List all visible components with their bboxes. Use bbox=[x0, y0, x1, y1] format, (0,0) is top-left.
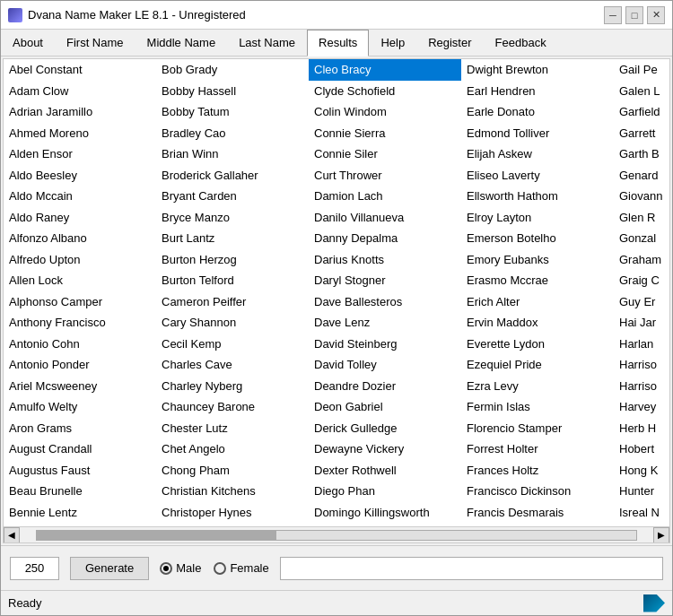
name-cell[interactable]: Daryl Stogner bbox=[309, 270, 461, 291]
name-cell[interactable]: Burton Telford bbox=[156, 270, 309, 291]
name-cell[interactable]: August Crandall bbox=[4, 438, 156, 460]
name-cell[interactable]: Garth B bbox=[614, 143, 669, 165]
name-cell[interactable]: Damion Lach bbox=[309, 186, 461, 207]
name-cell[interactable]: Curt Thrower bbox=[309, 165, 461, 187]
name-cell[interactable]: Ervin Maddox bbox=[461, 312, 614, 334]
menu-item-middle-name[interactable]: Middle Name bbox=[135, 30, 228, 56]
name-cell[interactable]: Hobert bbox=[614, 438, 669, 460]
name-cell[interactable]: David Steinberg bbox=[309, 334, 461, 355]
name-cell[interactable]: Christoper Hynes bbox=[156, 502, 309, 524]
name-cell[interactable]: Aron Grams bbox=[4, 418, 156, 439]
name-cell[interactable]: Cameron Peiffer bbox=[156, 291, 309, 313]
name-cell[interactable]: Forrest Holter bbox=[461, 438, 614, 460]
name-cell[interactable]: Gail Pe bbox=[614, 59, 669, 81]
name-cell[interactable]: Adrian Jaramillo bbox=[4, 101, 156, 123]
name-cell[interactable]: Dave Ballesteros bbox=[309, 291, 461, 313]
name-cell[interactable]: Antonio Cohn bbox=[4, 334, 156, 355]
name-cell[interactable]: Darius Knotts bbox=[309, 249, 461, 271]
name-cell[interactable]: Hunter bbox=[614, 481, 669, 502]
name-cell[interactable]: Cary Shannon bbox=[156, 312, 309, 334]
name-cell[interactable]: Broderick Gallaher bbox=[156, 165, 309, 187]
name-cell[interactable]: Bob Grady bbox=[156, 59, 309, 81]
name-cell[interactable]: Fermin Islas bbox=[461, 396, 614, 418]
name-cell[interactable]: Aldo Mccain bbox=[4, 186, 156, 207]
name-cell[interactable]: Colin Windom bbox=[309, 101, 461, 123]
name-cell[interactable]: Bobby Hassell bbox=[156, 81, 309, 102]
name-cell[interactable]: Deandre Dozier bbox=[309, 376, 461, 397]
scrollbar-thumb[interactable] bbox=[37, 531, 276, 540]
name-cell[interactable]: Abel Constant bbox=[4, 59, 156, 81]
name-cell[interactable]: Burt Lantz bbox=[156, 228, 309, 249]
name-cell[interactable]: Herb H bbox=[614, 418, 669, 439]
menu-item-help[interactable]: Help bbox=[369, 30, 416, 56]
name-cell[interactable]: Ellsworth Hathom bbox=[461, 186, 614, 207]
name-cell[interactable]: Bryant Carden bbox=[156, 186, 309, 207]
close-button[interactable]: ✕ bbox=[647, 6, 665, 24]
name-cell[interactable]: Everette Lydon bbox=[461, 334, 614, 355]
extra-input[interactable] bbox=[280, 557, 663, 580]
name-cell[interactable]: Hong K bbox=[614, 460, 669, 482]
name-cell[interactable]: Beau Brunelle bbox=[4, 481, 156, 502]
name-cell[interactable]: Garfield bbox=[614, 101, 669, 123]
name-cell[interactable]: Galen L bbox=[614, 81, 669, 102]
name-cell[interactable]: Frances Holtz bbox=[461, 460, 614, 482]
name-cell[interactable]: Hai Jar bbox=[614, 312, 669, 334]
name-cell[interactable]: Chester Lutz bbox=[156, 418, 309, 439]
name-cell[interactable]: Guy Er bbox=[614, 291, 669, 313]
name-cell[interactable]: Earl Hendren bbox=[461, 81, 614, 102]
name-cell[interactable]: Danilo Villanueva bbox=[309, 207, 461, 229]
name-cell[interactable]: Charles Cave bbox=[156, 354, 309, 376]
menu-item-first-name[interactable]: First Name bbox=[55, 30, 135, 56]
name-cell[interactable]: Eliseo Laverty bbox=[461, 165, 614, 187]
maximize-button[interactable]: □ bbox=[625, 6, 643, 24]
name-cell[interactable]: Danny Depalma bbox=[309, 228, 461, 249]
name-cell[interactable]: Anthony Francisco bbox=[4, 312, 156, 334]
name-cell[interactable]: Chauncey Barone bbox=[156, 396, 309, 418]
name-cell[interactable]: Bryce Manzo bbox=[156, 207, 309, 229]
name-cell[interactable]: Alfonzo Albano bbox=[4, 228, 156, 249]
name-cell[interactable]: Ahmed Moreno bbox=[4, 123, 156, 144]
names-list-container[interactable]: Abel ConstantBob GradyCleo BracyDwight B… bbox=[4, 59, 669, 526]
name-cell[interactable]: Alfredo Upton bbox=[4, 249, 156, 271]
name-cell[interactable]: Ariel Mcsweeney bbox=[4, 376, 156, 397]
female-radio[interactable]: Female bbox=[214, 561, 268, 575]
menu-item-results[interactable]: Results bbox=[307, 30, 369, 56]
name-cell[interactable]: Harriso bbox=[614, 376, 669, 397]
name-cell[interactable]: Elijah Askew bbox=[461, 143, 614, 165]
name-cell[interactable]: Graham bbox=[614, 249, 669, 271]
name-cell[interactable]: Chong Pham bbox=[156, 460, 309, 482]
name-cell[interactable]: Cleo Bracy bbox=[309, 59, 461, 81]
scroll-left-button[interactable]: ◀ bbox=[4, 527, 20, 543]
name-cell[interactable]: Edmond Tolliver bbox=[461, 123, 614, 144]
name-cell[interactable]: Deon Gabriel bbox=[309, 396, 461, 418]
name-cell[interactable]: Genard bbox=[614, 165, 669, 187]
name-cell[interactable]: Francis Desmarais bbox=[461, 502, 614, 524]
name-cell[interactable]: Adam Clow bbox=[4, 81, 156, 102]
name-cell[interactable]: Earle Donato bbox=[461, 101, 614, 123]
name-cell[interactable]: David Tolley bbox=[309, 354, 461, 376]
name-cell[interactable]: Bradley Cao bbox=[156, 123, 309, 144]
name-cell[interactable]: Christian Kitchens bbox=[156, 481, 309, 502]
name-cell[interactable]: Alphonso Camper bbox=[4, 291, 156, 313]
name-cell[interactable]: Florencio Stamper bbox=[461, 418, 614, 439]
menu-item-feedback[interactable]: Feedback bbox=[484, 30, 558, 56]
name-cell[interactable]: Emerson Botelho bbox=[461, 228, 614, 249]
name-cell[interactable]: Garrett bbox=[614, 123, 669, 144]
menu-item-register[interactable]: Register bbox=[416, 30, 483, 56]
name-cell[interactable]: Harvey bbox=[614, 396, 669, 418]
name-cell[interactable]: Erasmo Mccrae bbox=[461, 270, 614, 291]
name-cell[interactable]: Derick Gulledge bbox=[309, 418, 461, 439]
name-cell[interactable]: Harriso bbox=[614, 354, 669, 376]
name-cell[interactable]: Emory Eubanks bbox=[461, 249, 614, 271]
name-cell[interactable]: Burton Herzog bbox=[156, 249, 309, 271]
name-cell[interactable]: Dwight Brewton bbox=[461, 59, 614, 81]
name-cell[interactable]: Cecil Kemp bbox=[156, 334, 309, 355]
name-cell[interactable]: Ezequiel Pride bbox=[461, 354, 614, 376]
name-cell[interactable]: Elroy Layton bbox=[461, 207, 614, 229]
name-cell[interactable]: Aldo Beesley bbox=[4, 165, 156, 187]
name-cell[interactable]: Dave Lenz bbox=[309, 312, 461, 334]
male-radio[interactable]: Male bbox=[160, 561, 201, 575]
name-cell[interactable]: Connie Sierra bbox=[309, 123, 461, 144]
name-cell[interactable]: Alden Ensor bbox=[4, 143, 156, 165]
name-cell[interactable]: Diego Phan bbox=[309, 481, 461, 502]
